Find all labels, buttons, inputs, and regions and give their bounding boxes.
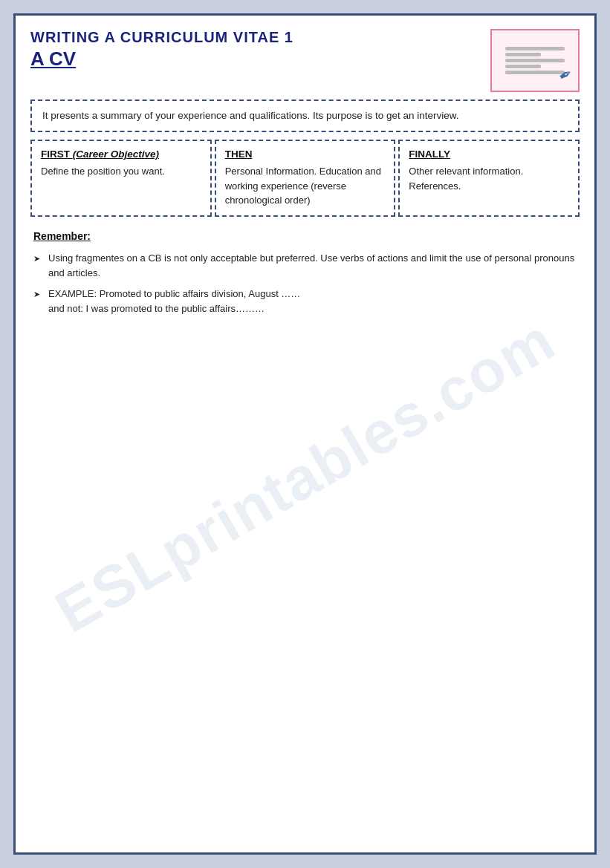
thumbnail-image: ✒ xyxy=(490,29,580,92)
col-finally: FINALLY Other relevant information. Refe… xyxy=(398,140,580,217)
col-finally-heading-plain: FINALLY xyxy=(409,149,450,160)
remember-item-2-text: EXAMPLE: Promoted to public affairs divi… xyxy=(48,288,300,314)
header-row: WRITING A CURRICULUM VITAE 1 A CV ✒ xyxy=(30,29,580,92)
main-title: WRITING A CURRICULUM VITAE 1 xyxy=(30,29,293,46)
remember-item-1: Using fragmentes on a CB is not only acc… xyxy=(33,251,577,281)
title-block: WRITING A CURRICULUM VITAE 1 A CV xyxy=(30,29,293,71)
sub-title: A CV xyxy=(30,48,293,71)
col-finally-heading: FINALLY xyxy=(409,149,569,160)
col-then-heading: THEN xyxy=(225,149,386,160)
col-then-heading-plain: THEN xyxy=(225,149,253,160)
col-first-heading-plain: FIRST xyxy=(41,149,73,160)
three-column-section: FIRST (Career Objective) Define the posi… xyxy=(30,140,580,217)
col-first-heading: FIRST (Career Objective) xyxy=(41,149,201,160)
intro-text: It presents a summary of your experience… xyxy=(42,108,568,123)
col-then-body: Personal Information. Education and work… xyxy=(225,164,386,208)
thumb-line-1 xyxy=(505,47,565,50)
remember-section: Remember: Using fragmentes on a CB is no… xyxy=(30,230,580,317)
col-then: THEN Personal Information. Education and… xyxy=(215,140,396,217)
col-first-heading-italic: (Career Objective) xyxy=(73,149,159,160)
thumb-line-4 xyxy=(505,65,541,68)
remember-title: Remember: xyxy=(33,230,577,242)
remember-item-2: EXAMPLE: Promoted to public affairs divi… xyxy=(33,287,577,316)
thumb-line-3 xyxy=(505,59,565,62)
page: WRITING A CURRICULUM VITAE 1 A CV ✒ It p… xyxy=(13,13,597,855)
intro-box: It presents a summary of your experience… xyxy=(30,99,580,132)
col-finally-body: Other relevant information. References. xyxy=(409,164,569,193)
col-first: FIRST (Career Objective) Define the posi… xyxy=(30,140,212,217)
remember-item-1-text: Using fragmentes on a CB is not only acc… xyxy=(48,252,574,278)
watermark: ESLprintables.com xyxy=(44,305,566,646)
remember-list: Using fragmentes on a CB is not only acc… xyxy=(33,251,577,317)
col-first-body: Define the position you want. xyxy=(41,164,201,179)
thumb-line-2 xyxy=(505,53,541,56)
